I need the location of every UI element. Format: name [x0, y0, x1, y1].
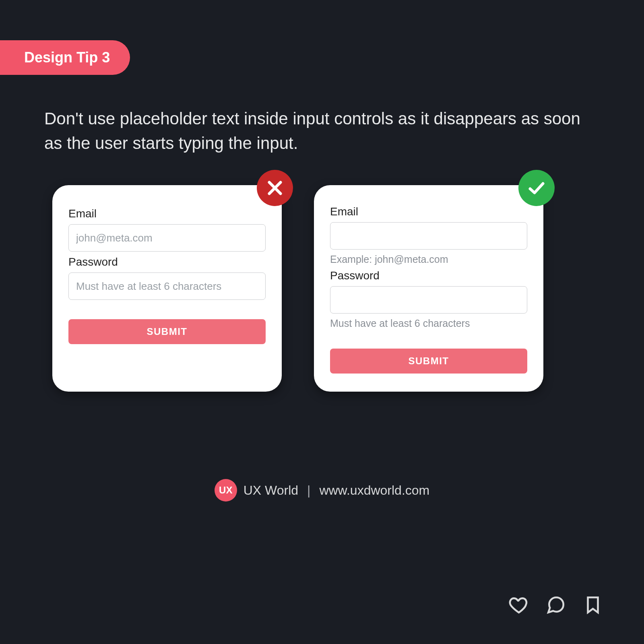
comment-icon[interactable] — [545, 594, 567, 616]
bookmark-icon[interactable] — [582, 594, 604, 616]
cross-icon — [257, 170, 293, 206]
brand-name: UX World — [244, 483, 298, 498]
email-input-bad[interactable] — [68, 224, 266, 252]
submit-label: SUBMIT — [409, 355, 449, 366]
separator: | — [305, 483, 313, 498]
password-input-good[interactable] — [330, 286, 527, 314]
tip-badge-label: Design Tip 3 — [24, 49, 110, 66]
cards-row: Email Password SUBMIT Email Example: joh… — [52, 185, 592, 392]
password-helper-text: Must have at least 6 characters — [330, 318, 527, 329]
heart-icon[interactable] — [508, 594, 530, 616]
brand-logo-text: UX — [219, 485, 232, 496]
email-input-good[interactable] — [330, 222, 527, 250]
password-input-bad[interactable] — [68, 272, 266, 300]
tip-badge: Design Tip 3 — [0, 40, 130, 75]
password-label: Password — [68, 256, 266, 268]
tip-description: Don't use placeholder text inside input … — [44, 107, 600, 156]
good-example-card: Email Example: john@meta.com Password Mu… — [314, 185, 543, 392]
email-label: Email — [330, 205, 527, 218]
email-helper-text: Example: john@meta.com — [330, 254, 527, 265]
social-actions — [508, 594, 604, 616]
password-label: Password — [330, 269, 527, 282]
email-label: Email — [68, 207, 266, 220]
bad-example-card: Email Password SUBMIT — [52, 185, 282, 392]
footer-brand: UX UX World | www.uxdworld.com — [0, 479, 644, 502]
brand-url: www.uxdworld.com — [319, 483, 429, 498]
brand-logo: UX — [215, 479, 237, 502]
submit-label: SUBMIT — [147, 326, 188, 337]
check-icon — [518, 170, 555, 206]
submit-button-bad[interactable]: SUBMIT — [68, 319, 266, 344]
submit-button-good[interactable]: SUBMIT — [330, 349, 527, 374]
